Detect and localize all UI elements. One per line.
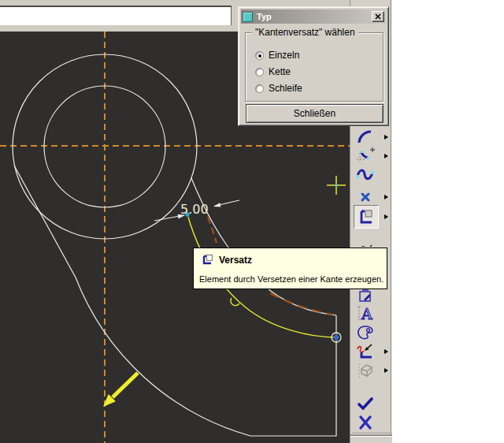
arc-icon <box>356 128 375 146</box>
endpoint-diamond-icon <box>333 333 339 341</box>
text-icon: A <box>355 304 376 323</box>
radio-einzeln[interactable]: Einzeln <box>255 50 299 61</box>
radio-kette[interactable]: Kette <box>255 66 291 77</box>
x-icon <box>355 414 376 431</box>
application-window: 5.00 <box>0 0 504 443</box>
tangent-symbol-icon <box>231 298 239 306</box>
dialog-titlebar[interactable]: Typ <box>241 9 386 24</box>
palette-icon <box>355 324 376 341</box>
toolbar-bottom-section <box>350 436 392 443</box>
modify-dimension-tool-button[interactable] <box>354 287 377 306</box>
point-icon <box>357 189 374 205</box>
group-label: "Kantenversatz" wählen <box>252 27 358 38</box>
message-bar <box>0 7 232 25</box>
use-edge-tool-button[interactable] <box>354 342 377 361</box>
flyout-arrow-icon[interactable] <box>384 368 388 373</box>
window-icon <box>243 12 253 22</box>
flyout-arrow-icon[interactable] <box>384 214 388 219</box>
dialog-title: Typ <box>257 12 372 21</box>
cancel-tool-button[interactable] <box>354 413 377 432</box>
typ-dialog: Typ "Kantenversatz" wählen Einzeln Kette… <box>238 6 389 126</box>
use-edge-icon <box>355 342 376 361</box>
versatz-tooltip: Versatz Element durch Versetzen einer Ka… <box>193 248 387 289</box>
partial-icon <box>356 241 375 248</box>
hidden-tool-button[interactable] <box>354 236 377 247</box>
tooltip-title: Versatz <box>219 255 252 266</box>
palette-tool-button[interactable] <box>354 323 377 342</box>
dimension-arrowhead <box>213 203 220 207</box>
offset-tool-button[interactable] <box>354 205 379 229</box>
close-icon <box>375 13 381 20</box>
point-tool-button[interactable] <box>354 188 377 207</box>
flyout-arrow-icon[interactable] <box>384 135 388 140</box>
text-tool-button[interactable]: A <box>354 304 377 323</box>
svg-text:A: A <box>361 305 372 322</box>
modify-dimension-icon <box>356 288 375 305</box>
tooltip-description: Element durch Versetzen einer Kante erze… <box>199 274 384 284</box>
dialog-close-button[interactable] <box>372 11 384 22</box>
extrude-icon <box>355 361 376 380</box>
radio-button-icon[interactable] <box>255 51 264 60</box>
spline-tool-button[interactable] <box>354 166 377 184</box>
dimension-value: 5.00 <box>180 202 209 217</box>
crosshair-icon <box>327 176 346 195</box>
fillet-tool-button[interactable] <box>354 147 377 166</box>
selected-edge-highlight <box>208 217 217 243</box>
offset-icon <box>202 254 213 266</box>
radio-schleife[interactable]: Schleife <box>255 83 302 94</box>
accept-tool-button[interactable] <box>354 394 377 413</box>
arc-tool-button[interactable] <box>354 128 377 147</box>
toolbar-separator <box>352 433 391 434</box>
kantenversatz-group: "Kantenversatz" wählen Einzeln Kette Sch… <box>245 32 384 102</box>
spline-icon <box>355 166 376 184</box>
radio-button-icon[interactable] <box>255 84 264 93</box>
radio-button-icon[interactable] <box>255 68 264 76</box>
flyout-arrow-icon[interactable] <box>384 154 388 158</box>
extrude-tool-button[interactable] <box>354 361 377 380</box>
flyout-arrow-icon[interactable] <box>384 195 388 199</box>
original-edge <box>191 178 336 315</box>
offset-icon <box>357 207 376 226</box>
fillet-icon <box>355 147 376 166</box>
offset-direction-arrow <box>103 373 138 407</box>
check-icon <box>355 395 376 412</box>
flyout-arrow-icon[interactable] <box>384 349 388 354</box>
schliessen-button[interactable]: Schließen <box>246 104 384 123</box>
